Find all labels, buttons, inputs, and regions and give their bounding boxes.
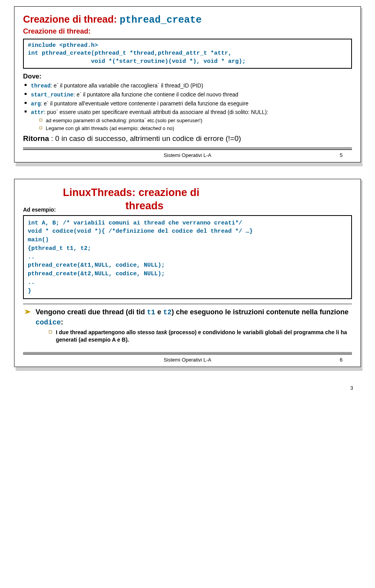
slide-title: Creazione di thread: pthread_create bbox=[23, 14, 352, 26]
dove-heading: Dove: bbox=[23, 73, 352, 80]
arrow-text-post2: : bbox=[61, 318, 63, 326]
slide-subtitle: Creazione di thread: bbox=[23, 27, 352, 36]
title-row: Ad esempio: LinuxThreads: creazione di t… bbox=[23, 186, 352, 215]
bullet-list: thread: e` il puntatore alla variabile c… bbox=[23, 82, 352, 132]
sub-bullet-text-pre: Legame con gli altri threads (ad esempio… bbox=[46, 125, 140, 131]
footer-text: Sistemi Operativi L-A bbox=[164, 152, 211, 158]
arrow-text-mid: e bbox=[155, 308, 163, 316]
slide-number: 6 bbox=[340, 357, 343, 363]
title-line-1: LinuxThreads: creazione di bbox=[63, 187, 200, 198]
code-line: } bbox=[28, 287, 347, 296]
code-inline: codice bbox=[36, 319, 61, 326]
sub-text-pre: I due thread appartengono allo stesso bbox=[56, 329, 156, 335]
sub-bullet-list: I due thread appartengono allo stesso ta… bbox=[48, 329, 352, 344]
sub-text-italic: task bbox=[156, 329, 167, 335]
ad-esempio-label: Ad esempio: bbox=[23, 207, 56, 213]
sub-bullet-text-post: o no) bbox=[161, 125, 174, 131]
double-rule bbox=[23, 148, 352, 150]
slide-1: Creazione di thread: pthread_create Crea… bbox=[14, 6, 361, 165]
code-keyword: thread bbox=[31, 83, 50, 89]
card-body: Creazione di thread: pthread_create Crea… bbox=[14, 6, 361, 162]
code-line: .. bbox=[28, 278, 347, 287]
code-inline: t2 bbox=[163, 308, 172, 316]
code-line: int A, B; /* variabili comuni ai thread … bbox=[28, 219, 347, 228]
slide-footer: Sistemi Operativi L-A 6 bbox=[23, 357, 352, 363]
code-keyword: start_routine bbox=[31, 92, 73, 98]
ritorna-rest: : 0 in caso di successo, altrimenti un c… bbox=[49, 134, 241, 143]
code-keyword: attr bbox=[31, 109, 44, 116]
title-text-mono: pthread_create bbox=[120, 14, 202, 26]
slide-footer: Sistemi Operativi L-A 5 bbox=[23, 152, 352, 158]
ritorna-line: Ritorna : 0 in caso di successo, altrime… bbox=[23, 134, 352, 144]
sub-bullet-italic: detached bbox=[140, 125, 161, 131]
code-line: {pthread_t t1, t2; bbox=[28, 244, 347, 253]
bullet-item: arg: e` il puntatore all'eventuale vetto… bbox=[23, 100, 352, 108]
slide-number: 5 bbox=[340, 152, 343, 158]
sub-bullet-item: I due thread appartengono allo stesso ta… bbox=[48, 329, 352, 344]
code-line: void * codice(void *){ /*definizione del… bbox=[28, 227, 347, 236]
bullet-item: start_routine: e` il puntatore alla funz… bbox=[23, 91, 352, 99]
card-body: Ad esempio: LinuxThreads: creazione di t… bbox=[14, 179, 361, 367]
bullet-text: : e` il puntatore alla variabile che rac… bbox=[50, 82, 203, 89]
title-line-2: threads bbox=[63, 200, 164, 213]
sub-bullet-list: ad esempio parametri di scheduling: prio… bbox=[39, 117, 352, 132]
code-line: pthread_create(&t2,NULL, codice, NULL); bbox=[28, 270, 347, 278]
footer-text: Sistemi Operativi L-A bbox=[164, 357, 211, 363]
slide-2: Ad esempio: LinuxThreads: creazione di t… bbox=[14, 179, 361, 369]
arrow-text-post1: ) che eseguono le istruzioni contenute n… bbox=[171, 308, 348, 316]
double-rule bbox=[23, 352, 352, 355]
arrow-text-pre: Vengono creati due thread (di tid bbox=[36, 308, 147, 316]
bullet-text: : puo` essere usato per specificare even… bbox=[44, 109, 268, 115]
sub-bullet-item: ad esempio parametri di scheduling: prio… bbox=[39, 117, 352, 124]
code-block: int A, B; /* variabili comuni ai thread … bbox=[23, 215, 352, 299]
code-line: main() bbox=[28, 236, 347, 244]
code-line: void *(*start_routine)(void *), void * a… bbox=[28, 58, 347, 66]
code-line: .. bbox=[28, 253, 347, 262]
sub-bullet-item: Legame con gli altri threads (ad esempio… bbox=[39, 125, 352, 132]
bullet-text: : e` il puntatore alla funzione che cont… bbox=[73, 91, 238, 98]
page-number: 3 bbox=[0, 373, 375, 397]
ritorna-bold: Ritorna bbox=[23, 134, 49, 143]
code-line: #include <pthread.h> bbox=[28, 42, 347, 50]
code-line: pthread_create(&t1,NULL, codice, NULL); bbox=[28, 261, 347, 270]
page: Creazione di thread: pthread_create Crea… bbox=[0, 6, 375, 397]
bullet-item: attr: puo` essere usato per specificare … bbox=[23, 109, 352, 132]
code-inline: t1 bbox=[147, 308, 155, 316]
title-text-plain: Creazione di thread: bbox=[23, 14, 120, 25]
code-line: int pthread_create(pthread_t *thread,pth… bbox=[28, 50, 347, 57]
sub-bullet-text: ad esempio parametri di scheduling: prio… bbox=[46, 118, 202, 123]
code-keyword: arg bbox=[31, 101, 41, 107]
bullet-text: : e` il puntatore all'eventuale vettore … bbox=[41, 100, 248, 107]
bullet-item: thread: e` il puntatore alla variabile c… bbox=[23, 82, 352, 90]
slide-title: LinuxThreads: creazione di threads bbox=[63, 186, 352, 213]
arrow-bullet: Vengono creati due thread (di tid t1 e t… bbox=[23, 307, 352, 343]
single-rule bbox=[23, 304, 352, 304]
code-block: #include <pthread.h>int pthread_create(p… bbox=[23, 39, 352, 69]
